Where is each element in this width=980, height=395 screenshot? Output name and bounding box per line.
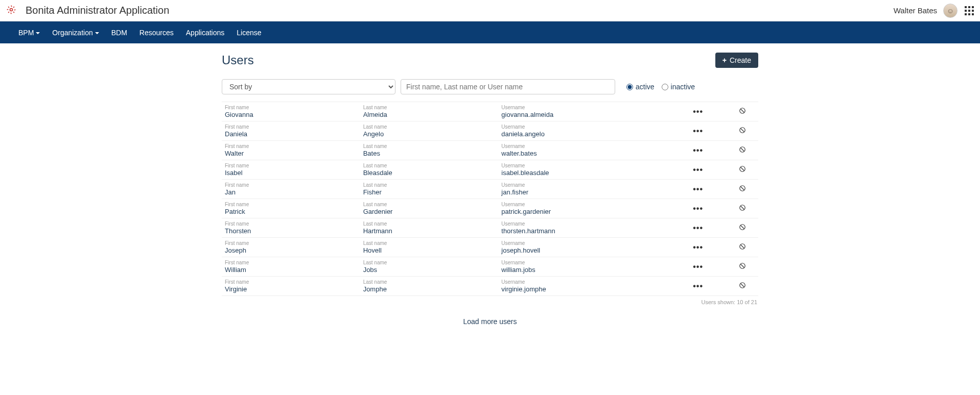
more-icon[interactable]: ••• (693, 282, 703, 290)
first-name-label: First name (225, 240, 358, 246)
username-label: Username (501, 124, 688, 130)
ban-icon[interactable] (739, 146, 746, 155)
radio-active[interactable]: active (626, 83, 655, 91)
cell-last-name: Last nameBleasdale (363, 163, 502, 177)
username-label: Username (501, 105, 688, 111)
cell-last-name: Last nameHovell (363, 240, 502, 255)
table-row: First nameThorstenLast nameHartmannUsern… (222, 218, 758, 238)
cell-last-name: Last nameHartmann (363, 221, 502, 235)
load-more-button[interactable]: Load more users (222, 317, 758, 326)
first-name-value: William (225, 266, 358, 274)
more-icon[interactable]: ••• (693, 243, 703, 252)
first-name-value: Joseph (225, 246, 358, 255)
nav-resources[interactable]: Resources (139, 26, 174, 40)
chevron-down-icon (36, 32, 40, 34)
first-name-label: First name (225, 124, 358, 130)
cell-username: Usernamevirginie.jomphe (501, 279, 693, 293)
ban-icon[interactable] (739, 224, 746, 232)
nav-license-label: License (237, 29, 261, 37)
more-icon[interactable]: ••• (693, 108, 703, 116)
search-input[interactable] (401, 79, 615, 94)
cell-last-name: Last nameFisher (363, 182, 502, 196)
svg-line-18 (741, 264, 744, 268)
ban-icon[interactable] (739, 165, 746, 174)
avatar[interactable]: ☺ (943, 4, 958, 18)
nav-resources-label: Resources (139, 29, 174, 37)
row-actions: ••• (693, 262, 755, 271)
nav-applications-label: Applications (186, 29, 225, 37)
last-name-label: Last name (363, 163, 497, 169)
cell-first-name: First nameThorsten (225, 221, 363, 235)
table-row: First nameWalterLast nameBatesUsernamewa… (222, 141, 758, 160)
nav-bdm[interactable]: BDM (111, 26, 127, 40)
last-name-value: Gardenier (363, 208, 497, 216)
page-title: Users (222, 53, 254, 67)
cell-username: Usernamewilliam.jobs (501, 260, 693, 274)
more-icon[interactable]: ••• (693, 263, 703, 271)
sort-select[interactable]: Sort by (222, 79, 395, 94)
ban-icon[interactable] (739, 127, 746, 135)
more-icon[interactable]: ••• (693, 146, 703, 155)
cell-first-name: First nameDaniela (225, 124, 363, 138)
ban-icon[interactable] (739, 185, 746, 193)
cell-last-name: Last nameJomphe (363, 279, 502, 293)
more-icon[interactable]: ••• (693, 127, 703, 135)
ban-icon[interactable] (739, 204, 746, 213)
ban-icon[interactable] (739, 107, 746, 116)
username-value: william.jobs (501, 266, 688, 274)
username-value: joseph.hovell (501, 246, 688, 255)
nav-organization-label: Organization (52, 29, 92, 37)
last-name-value: Angelo (363, 130, 497, 138)
first-name-label: First name (225, 105, 358, 111)
nav-bpm[interactable]: BPM (18, 26, 40, 40)
svg-line-8 (741, 167, 744, 171)
first-name-label: First name (225, 143, 358, 150)
nav-license[interactable]: License (237, 26, 261, 40)
nav-applications[interactable]: Applications (186, 26, 225, 40)
ban-icon[interactable] (739, 262, 746, 271)
username-label: Username (501, 279, 688, 285)
svg-line-4 (741, 129, 744, 132)
ban-icon[interactable] (739, 243, 746, 252)
row-actions: ••• (693, 165, 755, 174)
last-name-label: Last name (363, 221, 497, 227)
username-label: Username (501, 182, 688, 188)
last-name-label: Last name (363, 105, 497, 111)
chevron-down-icon (95, 32, 99, 34)
row-actions: ••• (693, 224, 755, 232)
username-value: walter.bates (501, 150, 688, 158)
svg-line-2 (741, 109, 744, 113)
nav-organization[interactable]: Organization (52, 26, 99, 40)
row-actions: ••• (693, 243, 755, 252)
more-icon[interactable]: ••• (693, 185, 703, 193)
radio-inactive-label: inactive (671, 83, 695, 91)
radio-inactive-input[interactable] (662, 84, 668, 90)
row-actions: ••• (693, 282, 755, 290)
first-name-value: Virginie (225, 285, 358, 293)
cell-username: Usernamegiovanna.almeida (501, 105, 693, 119)
last-name-value: Jobs (363, 266, 497, 274)
more-icon[interactable]: ••• (693, 205, 703, 213)
cell-username: Usernamethorsten.hartmann (501, 221, 693, 235)
status-radio-group: active inactive (626, 83, 695, 91)
last-name-value: Hovell (363, 246, 497, 255)
table-row: First nameVirginieLast nameJompheUsernam… (222, 277, 758, 296)
table-row: First nameGiovannaLast nameAlmeidaUserna… (222, 102, 758, 121)
radio-inactive[interactable]: inactive (662, 83, 695, 91)
more-icon[interactable]: ••• (693, 224, 703, 232)
username-label: Username (501, 202, 688, 208)
svg-line-14 (741, 226, 744, 229)
more-icon[interactable]: ••• (693, 166, 703, 174)
row-actions: ••• (693, 204, 755, 213)
cell-last-name: Last nameJobs (363, 260, 502, 274)
create-button-label: Create (730, 56, 751, 64)
cell-last-name: Last nameBates (363, 143, 502, 158)
cell-first-name: First nameVirginie (225, 279, 363, 293)
svg-line-6 (741, 148, 744, 152)
cell-first-name: First nameIsabel (225, 163, 363, 177)
radio-active-input[interactable] (626, 84, 633, 90)
ban-icon[interactable] (739, 282, 746, 290)
first-name-label: First name (225, 202, 358, 208)
apps-grid-icon[interactable] (965, 6, 974, 15)
create-button[interactable]: + Create (715, 53, 758, 68)
